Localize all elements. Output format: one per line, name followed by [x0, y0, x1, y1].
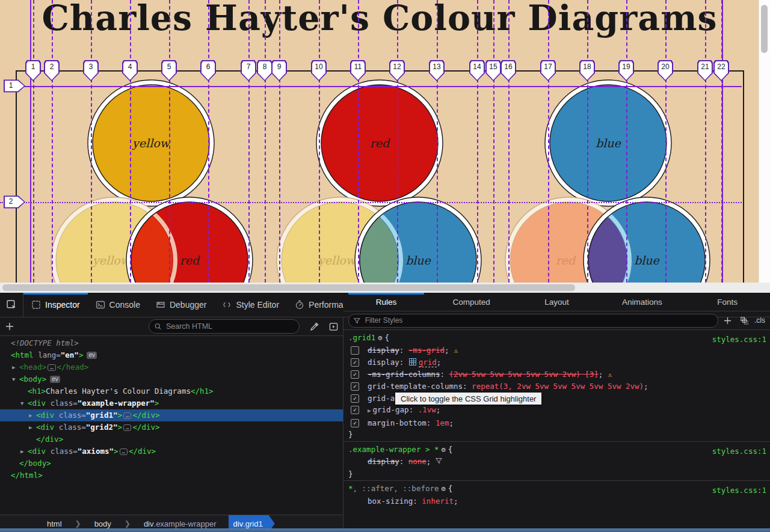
- expand-declaration-icon[interactable]: ▶: [368, 408, 371, 414]
- twisty-expanded-icon[interactable]: ▼: [20, 397, 23, 409]
- markup-row[interactable]: </html>: [0, 469, 343, 482]
- event-badge[interactable]: ev: [50, 376, 60, 383]
- property-value: 1em: [436, 418, 449, 427]
- css-declaration[interactable]: box-sizing: inherit;: [343, 495, 770, 507]
- grid-column-marker: 14: [469, 60, 485, 81]
- rule-selector[interactable]: .example-wrapper > *: [348, 445, 439, 454]
- property-value: inherit: [422, 497, 454, 506]
- edit-classes-button[interactable]: .cls: [753, 316, 770, 325]
- tab-debugger[interactable]: Debugger: [148, 293, 215, 317]
- grid-row-marker: 1: [4, 78, 25, 94]
- breadcrumb-tag: html: [47, 519, 62, 528]
- pseudo-class-panel-icon[interactable]: [736, 316, 752, 325]
- sidebar-tab-rules[interactable]: Rules: [343, 293, 429, 311]
- markup-row[interactable]: ▼<body>ev: [0, 373, 343, 385]
- markup-row[interactable]: ▼<div class="example-wrapper">: [0, 397, 343, 409]
- add-node-button[interactable]: [0, 322, 19, 331]
- hscroll-thumb[interactable]: [2, 284, 575, 291]
- markup-token: </body>: [19, 459, 51, 468]
- css-declaration[interactable]: display: none;: [343, 456, 770, 468]
- markup-token: <h1>: [28, 387, 46, 396]
- collapsed-ellipsis[interactable]: …: [123, 424, 131, 431]
- css-declaration[interactable]: ✓grid-template-columns: repeat(3, 2vw 5v…: [343, 381, 770, 393]
- css-declaration[interactable]: ✓display: grid;: [343, 356, 770, 368]
- eyedropper-icon[interactable]: [304, 322, 324, 331]
- css-declaration[interactable]: ✓margin-bottom: 1em;: [343, 417, 770, 429]
- semicolon: ;: [449, 418, 454, 427]
- twisty-collapsed-icon[interactable]: ▶: [12, 361, 15, 373]
- markup-row[interactable]: ▶<div class="axioms">…</div>: [0, 445, 343, 457]
- sidebar-tab-animations[interactable]: Animations: [599, 293, 685, 311]
- markup-row[interactable]: <h1>Charles Hayter's Colour Diagrams</h1…: [0, 385, 343, 397]
- add-rule-button[interactable]: [719, 317, 735, 325]
- property-value: grid: [419, 358, 437, 367]
- selector-highlighter-icon[interactable]: ⚙: [378, 332, 382, 344]
- twisty-collapsed-icon[interactable]: ▶: [20, 445, 23, 457]
- markup-row[interactable]: ▶<div class="grid1">…</div>: [0, 409, 343, 421]
- markup-row[interactable]: </body>: [0, 457, 343, 469]
- collapsed-ellipsis[interactable]: …: [48, 364, 55, 371]
- property-name: display: [368, 358, 399, 367]
- event-badge[interactable]: ev: [87, 352, 97, 359]
- search-icon: [155, 323, 161, 330]
- tab-style-editor[interactable]: Style Editor: [214, 293, 287, 317]
- collapsed-ellipsis[interactable]: …: [123, 412, 131, 419]
- markup-token: class=: [46, 399, 78, 408]
- markup-row[interactable]: <!DOCTYPE html>: [0, 337, 343, 349]
- markup-row[interactable]: ▶<head>…</head>: [0, 361, 343, 373]
- tab-inspector[interactable]: Inspector: [23, 293, 88, 317]
- inspector-icon: [31, 300, 41, 310]
- search-html-box[interactable]: [149, 319, 300, 334]
- inspector-right-pane: RulesComputedLayoutAnimationsFonts .cls …: [343, 293, 770, 508]
- collapsed-ellipsis[interactable]: …: [120, 448, 128, 455]
- declaration-checkbox[interactable]: ✓: [351, 419, 359, 427]
- declaration-checkbox[interactable]: ✓: [351, 382, 359, 391]
- filter-styles-box[interactable]: [348, 314, 718, 328]
- rule-selector[interactable]: *: [348, 484, 353, 493]
- rule-selector[interactable]: .grid1: [348, 333, 375, 342]
- property-value: (2vw 5vw 5vw 5vw 5vw 5vw 2vw) [3]: [449, 370, 598, 379]
- sidebar-tab-fonts[interactable]: Fonts: [685, 293, 770, 311]
- markup-token: >: [117, 423, 122, 432]
- expand-pane-icon[interactable]: [324, 322, 343, 331]
- markup-token: "example-wrapper": [78, 399, 155, 408]
- declaration-checkbox[interactable]: ✓: [351, 394, 359, 403]
- grid-column-marker: 12: [389, 60, 405, 81]
- twisty-expanded-icon[interactable]: ▼: [12, 373, 15, 385]
- selector-highlighter-icon[interactable]: ⚙: [442, 483, 446, 495]
- selector-highlighter-icon[interactable]: ⚙: [442, 444, 446, 456]
- page-horizontal-scrollbar[interactable]: [0, 283, 770, 293]
- property-name: display: [368, 457, 399, 466]
- property-name: box-sizing: [368, 497, 413, 506]
- grid-column-marker: 9: [271, 60, 287, 81]
- grid-column-marker: 10: [311, 60, 327, 81]
- markup-token: "grid2": [86, 423, 118, 432]
- css-declaration[interactable]: ✓-ms-grid-columns: (2vw 5vw 5vw 5vw 5vw …: [343, 368, 770, 381]
- grid-column-marker: 3: [83, 60, 99, 81]
- css-declaration[interactable]: display: -ms-grid;⚠: [343, 344, 770, 357]
- rule-selector[interactable]: , ::after, ::before: [353, 484, 439, 493]
- twisty-collapsed-icon[interactable]: ▶: [29, 421, 32, 433]
- tab-console[interactable]: Console: [88, 293, 148, 317]
- markup-token: <div: [28, 399, 46, 408]
- search-html-input[interactable]: [165, 322, 294, 331]
- pick-element-icon[interactable]: [0, 293, 23, 317]
- sidebar-tab-layout[interactable]: Layout: [514, 293, 600, 311]
- declaration-checkbox[interactable]: ✓: [351, 406, 359, 414]
- twisty-collapsed-icon[interactable]: ▶: [29, 409, 32, 421]
- grid-column-marker: 16: [500, 60, 516, 81]
- sidebar-tab-computed[interactable]: Computed: [429, 293, 514, 311]
- filter-styles-input[interactable]: [364, 316, 713, 325]
- declaration-checkbox[interactable]: [351, 346, 359, 355]
- overridden-filter-icon[interactable]: [436, 456, 442, 468]
- markup-row[interactable]: ▶<div class="grid2">…</div>: [0, 421, 343, 433]
- css-declaration[interactable]: ✓▶grid-gap: .1vw;: [343, 404, 770, 417]
- vscroll-thumb[interactable]: [761, 5, 768, 53]
- markup-row[interactable]: </div>: [0, 433, 343, 445]
- css-rules-view: .grid1⚙{styles.css:1display: -ms-grid;⚠✓…: [343, 330, 770, 508]
- declaration-checkbox[interactable]: ✓: [351, 358, 359, 367]
- page-vertical-scrollbar[interactable]: [759, 0, 770, 283]
- markup-row[interactable]: <html lang="en">ev: [0, 349, 343, 361]
- declaration-checkbox[interactable]: ✓: [351, 370, 359, 379]
- css-grid-toggle-icon[interactable]: [409, 358, 416, 365]
